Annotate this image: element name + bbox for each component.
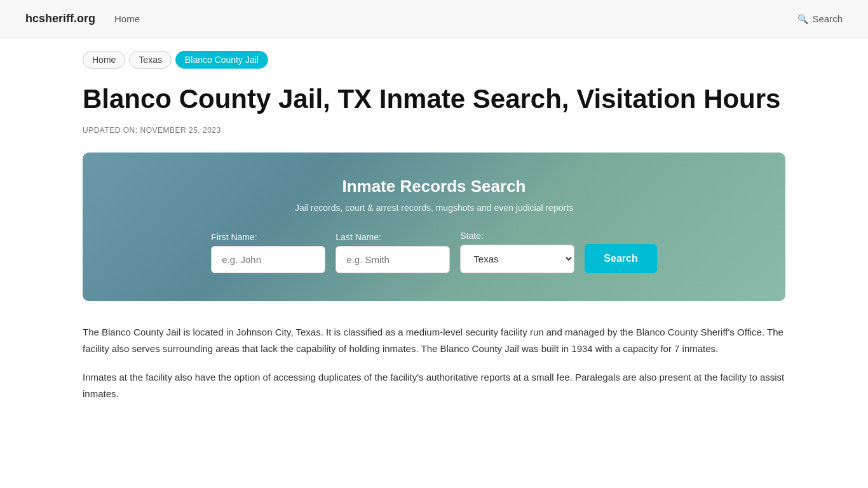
body-paragraph-2: Inmates at the facility also have the op… — [83, 369, 785, 402]
search-card-title: Inmate Records Search — [121, 177, 747, 196]
last-name-label: Last Name: — [336, 232, 381, 242]
state-select[interactable]: AlabamaAlaskaArizonaArkansasCaliforniaCo… — [460, 245, 574, 273]
site-logo[interactable]: hcsheriff.org — [25, 12, 95, 25]
header-search-button[interactable]: 🔍 Search — [797, 13, 843, 24]
first-name-input[interactable] — [211, 246, 325, 273]
last-name-group: Last Name: — [336, 232, 450, 273]
site-header: hcsheriff.org Home 🔍 Search — [0, 0, 868, 38]
inmate-search-card: Inmate Records Search Jail records, cour… — [83, 152, 785, 301]
search-card-subtitle: Jail records, court & arrest records, mu… — [121, 203, 747, 213]
search-icon: 🔍 — [797, 14, 808, 24]
breadcrumb-texas[interactable]: Texas — [129, 51, 172, 69]
header-search-label: Search — [812, 13, 843, 24]
breadcrumb-home[interactable]: Home — [83, 51, 125, 69]
state-group: State: AlabamaAlaskaArizonaArkansasCalif… — [460, 231, 574, 273]
first-name-label: First Name: — [211, 232, 257, 242]
state-label: State: — [460, 231, 484, 241]
page-title: Blanco County Jail, TX Inmate Search, Vi… — [83, 84, 785, 114]
header-left: hcsheriff.org Home — [25, 12, 140, 25]
main-content: Blanco County Jail, TX Inmate Search, Vi… — [0, 78, 868, 440]
breadcrumb: Home Texas Blanco County Jail — [0, 38, 868, 78]
updated-date: UPDATED ON: NOVEMBER 25, 2023 — [83, 126, 785, 135]
body-paragraph-1: The Blanco County Jail is located in Joh… — [83, 324, 785, 356]
nav-home-link[interactable]: Home — [114, 13, 140, 24]
search-button[interactable]: Search — [585, 244, 656, 273]
first-name-group: First Name: — [211, 232, 325, 273]
last-name-input[interactable] — [336, 246, 450, 273]
breadcrumb-current[interactable]: Blanco County Jail — [175, 51, 268, 69]
search-form: First Name: Last Name: State: AlabamaAla… — [121, 231, 747, 273]
